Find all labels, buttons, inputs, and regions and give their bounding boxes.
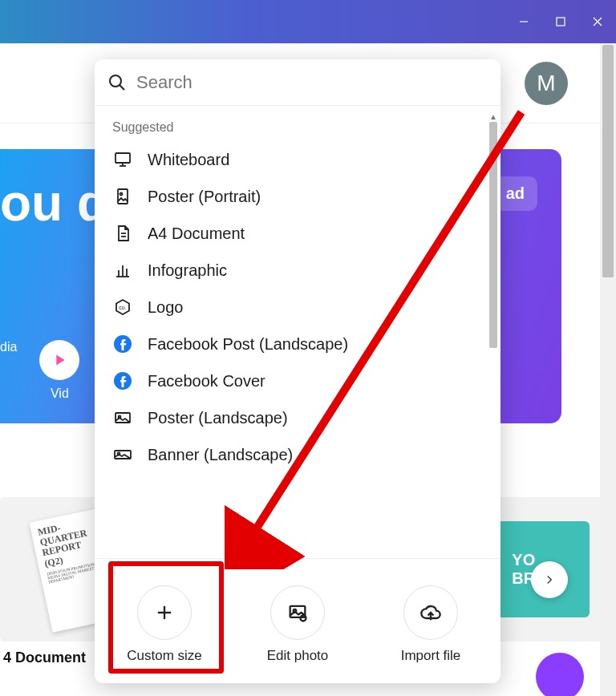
chevron-right-icon [542,573,557,587]
import-file-button[interactable]: Import file [367,585,495,664]
edit-photo-icon [270,585,325,640]
facebook-icon [112,370,133,391]
search-row [95,59,500,106]
suggestion-facebook-cover[interactable]: Facebook Cover [95,362,500,399]
search-popover: Suggested Whiteboard Poster (Portrait) A… [95,59,500,683]
hero-category-row: dia Vid [0,340,79,401]
suggestion-label: Facebook Cover [148,372,265,390]
carousel-next-button[interactable] [531,561,568,598]
popover-actions: Custom size Edit photo Import file [95,558,500,683]
hexagon-logo-icon: co. [112,297,133,318]
page-scrollbar[interactable] [600,43,616,696]
suggestion-label: Facebook Post (Landscape) [148,335,348,354]
svg-point-4 [110,75,121,87]
suggestion-banner-landscape[interactable]: Banner (Landscape) [95,436,500,473]
suggestion-logo[interactable]: co. Logo [95,289,500,326]
svg-rect-6 [116,153,130,163]
scroll-up-button[interactable]: ▲ [488,111,499,122]
image-wide-icon [112,444,133,465]
cloud-upload-icon [403,585,458,640]
suggestion-label: Whiteboard [148,151,229,169]
action-label: Edit photo [267,648,329,664]
suggestion-poster-landscape[interactable]: Poster (Landscape) [95,399,500,436]
bar-chart-icon [112,260,133,281]
suggestion-label: Infographic [148,261,227,280]
whiteboard-icon [112,149,133,170]
suggestion-infographic[interactable]: Infographic [95,252,500,289]
suggestion-a4-document[interactable]: A4 Document [95,215,500,252]
play-icon [39,340,79,380]
svg-point-10 [120,193,123,196]
suggestion-poster-portrait[interactable]: Poster (Portrait) [95,178,500,215]
plus-icon [137,585,192,640]
action-label: Custom size [127,648,202,664]
suggestion-label: Logo [148,298,184,317]
edit-photo-button[interactable]: Edit photo [233,585,362,664]
suggestion-list: Suggested Whiteboard Poster (Portrait) A… [95,106,500,558]
help-fab[interactable] [536,653,584,696]
suggestion-label: A4 Document [148,225,245,243]
popover-scrollbar[interactable]: ▲ ▼ [488,111,499,558]
window-title-bar [0,0,616,43]
custom-size-button[interactable]: Custom size [100,585,229,664]
hero-pill-video[interactable]: Vid [39,340,79,401]
suggestion-label: Poster (Landscape) [148,409,288,427]
recent-card-label: 4 Document [3,649,86,666]
hero-pill-media[interactable]: dia [0,340,17,401]
search-input[interactable] [136,72,488,93]
scrollbar-thumb[interactable] [602,45,614,277]
facebook-icon [112,334,133,354]
close-button[interactable] [579,0,616,43]
scrollbar-thumb[interactable] [489,122,497,348]
suggestion-label: Poster (Portrait) [148,188,261,206]
avatar[interactable]: M [525,62,568,105]
minimize-button[interactable] [505,0,542,43]
svg-text:co.: co. [119,305,126,310]
image-landscape-icon [112,407,133,428]
suggestion-facebook-post[interactable]: Facebook Post (Landscape) [95,326,500,362]
hero-pill-label: Vid [51,386,69,401]
maximize-button[interactable] [542,0,579,43]
svg-rect-1 [557,18,565,26]
hero-pill-label: dia [0,340,17,354]
action-label: Import file [401,648,461,664]
suggestion-label: Banner (Landscape) [148,446,293,464]
suggestion-whiteboard[interactable]: Whiteboard [95,141,500,178]
document-icon [112,223,133,244]
svg-line-5 [120,85,124,90]
search-icon [107,73,127,92]
image-portrait-icon [112,186,133,207]
svg-rect-9 [118,189,128,204]
suggested-heading: Suggested [95,106,500,141]
